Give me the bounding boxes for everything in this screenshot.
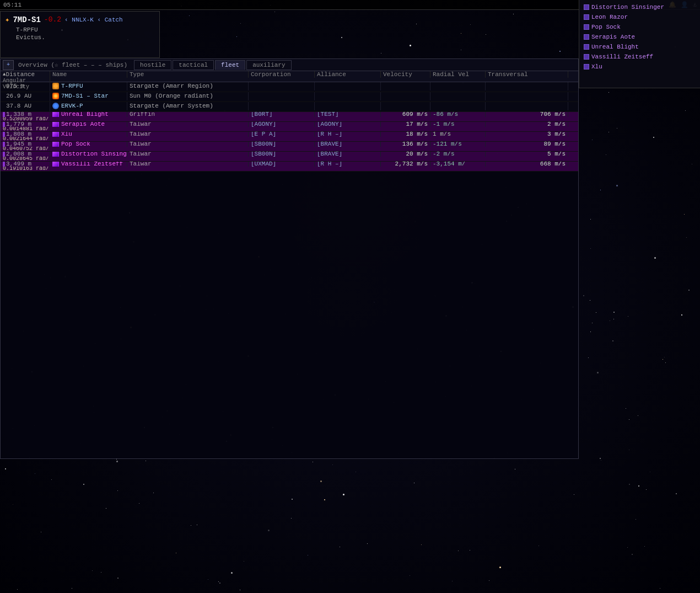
system-panel: ✦ 7MD-S1 -0.2 ‹ NNLX-K ‹ Catch T-RPFU Ev… <box>0 11 160 58</box>
td-velocity <box>381 92 430 100</box>
angular-value: 0.5280959 rad/sec <box>3 117 50 122</box>
table-row[interactable]: 1,338 m Unreal Blight Griffin [B0RT] [TE… <box>1 112 578 122</box>
td-corporation <box>249 92 315 100</box>
td-distance: 1,338 m <box>1 112 50 117</box>
contact-item[interactable]: Xlu <box>581 62 698 72</box>
th-name[interactable]: Name <box>50 71 127 78</box>
th-transversal[interactable]: Transversal <box>486 71 568 78</box>
contact-item[interactable]: Serapis Aote <box>581 32 698 42</box>
table-row[interactable]: 1,779 m Serapis Aote Talwar [AGONY] [AGO… <box>1 122 578 132</box>
td-transversal: 706 m/s <box>486 112 568 117</box>
table-row[interactable]: 37.8 AU ERVK-P Stargate (Amarr System) <box>1 102 578 112</box>
tab-fleet[interactable]: fleet <box>215 60 245 70</box>
hostile-indicator <box>3 122 5 127</box>
td-name: Unreal Blight <box>50 112 127 117</box>
overview-empty-space <box>1 172 578 458</box>
td-transversal: 5 m/s <box>486 152 568 157</box>
contact-name: Vassilli Zeitseff <box>591 54 653 60</box>
row-type-icon <box>52 83 59 89</box>
th-type[interactable]: Type <box>127 71 249 78</box>
contact-icon <box>584 24 589 30</box>
th-alliance[interactable]: Alliance <box>315 71 381 78</box>
td-angular-velocity: 0.0021644 rad/sec <box>1 137 50 142</box>
td-corporation: [AGONY] <box>249 122 315 127</box>
table-row[interactable]: 1,945 m Pop Sock Talwar [SB00N] [BRAVE] … <box>1 142 578 152</box>
ship-name: ERVK-P <box>61 103 83 109</box>
ship-name: Xlu <box>61 132 72 137</box>
td-transversal <box>486 102 568 110</box>
contact-item[interactable]: Distortion Sinsinger <box>581 2 698 12</box>
distance-value: 37.8 AU <box>6 103 31 109</box>
distance-value: 1,779 m <box>6 122 31 127</box>
table-row[interactable]: 3,499 m Vassilli Zeitseff Talwar [UXMAD]… <box>1 162 578 172</box>
th-radial-vel[interactable]: Radial Vel <box>430 71 486 78</box>
contact-item[interactable]: Unreal Blight <box>581 42 698 52</box>
td-name: Vassilli Zeitseff <box>50 162 127 167</box>
system-name: 7MD-S1 <box>13 15 40 24</box>
table-row[interactable]: 26.9 AU 7MD-S1 – Star Sun M0 (Orange rad… <box>1 92 578 102</box>
velocity-value: 2,732 m/s <box>395 162 428 167</box>
table-row[interactable]: 975 m T-RPFU Stargate (Amarr Region) <box>1 82 578 92</box>
td-velocity: 2,732 m/s <box>381 162 430 167</box>
overview-add-button[interactable]: + <box>3 60 14 70</box>
row-type-icon <box>52 152 59 157</box>
transversal-value: 3 m/s <box>547 132 566 137</box>
tab-auxiliary[interactable]: auxiliary <box>246 60 291 70</box>
contact-icon <box>584 44 589 50</box>
tab-tactical[interactable]: tactical <box>173 60 214 70</box>
td-type: Talwar <box>127 132 249 137</box>
td-name: ERVK-P <box>50 102 127 110</box>
system-name-row: ✦ 7MD-S1 -0.2 ‹ NNLX-K ‹ Catch <box>5 15 155 24</box>
td-alliance: [AGONY] <box>315 122 381 127</box>
contact-item[interactable]: Vassilli Zeitseff <box>581 52 698 62</box>
distance-value: 2,008 m <box>6 152 31 157</box>
td-name: 7MD-S1 – Star <box>50 92 127 100</box>
td-distance: 3,499 m <box>1 162 50 167</box>
td-name: Serapis Aote <box>50 122 127 127</box>
th-distance[interactable]: Distance <box>1 71 50 78</box>
transversal-value: 89 m/s <box>543 142 566 147</box>
th-velocity[interactable]: Velocity <box>381 71 430 78</box>
td-type: Talwar <box>127 142 249 147</box>
contact-item[interactable]: Leon Razor <box>581 12 698 22</box>
radial-value: 1 m/s <box>433 132 451 137</box>
td-velocity <box>381 82 430 90</box>
td-transversal <box>486 92 568 100</box>
velocity-value: 17 m/s <box>406 122 428 127</box>
td-transversal: 3 m/s <box>486 132 568 137</box>
td-alliance: [TEST] <box>315 112 381 117</box>
alliance-value: [R H –] <box>317 162 342 167</box>
overview-label: Overview (☆ fleet – – – ships) <box>15 61 131 68</box>
row-type-icon <box>52 112 59 117</box>
alliance-value: [BRAVE] <box>317 152 342 157</box>
overview-panel: + Overview (☆ fleet – – – ships) hostile… <box>0 58 579 459</box>
td-velocity: 20 m/s <box>381 152 430 157</box>
velocity-value: 18 m/s <box>406 132 428 137</box>
angular-value: 0.0028645 rad/sec <box>3 157 50 162</box>
td-radial-vel: -1 m/s <box>430 122 486 127</box>
corporation-value: [B0RT] <box>251 112 273 117</box>
distance-value: 26.9 AU <box>6 93 31 99</box>
contact-name: Xlu <box>591 63 602 70</box>
contact-item[interactable]: Pop Sock <box>581 22 698 32</box>
td-type: Sun M0 (Orange radiant) <box>127 92 249 100</box>
ship-type: Sun M0 (Orange radiant) <box>130 93 213 99</box>
tab-hostile[interactable]: hostile <box>134 60 171 70</box>
ship-name: Pop Sock <box>61 142 90 147</box>
hostile-indicator <box>3 142 5 147</box>
td-transversal <box>486 82 568 90</box>
table-row[interactable]: 1,808 m Xlu Talwar [E P A] [R H –] 18 m/… <box>1 132 578 142</box>
tabs-container: hostiletacticalfleetauxiliary <box>134 60 291 70</box>
row-type-icon <box>52 142 59 147</box>
th-corporation[interactable]: Corporation <box>249 71 315 78</box>
table-row[interactable]: 2,008 m Distortion Sinsinger Talwar [SB0… <box>1 152 578 162</box>
td-name: Pop Sock <box>50 142 127 147</box>
td-type: Talwar <box>127 122 249 127</box>
ship-type: Talwar <box>130 142 152 147</box>
td-radial-vel <box>430 102 486 110</box>
td-distance: 1,808 m <box>1 132 50 137</box>
distance-value: 3,499 m <box>6 162 31 167</box>
td-angular-velocity <box>1 110 50 112</box>
td-corporation <box>249 102 315 110</box>
ship-type: Stargate (Amarr System) <box>130 103 213 109</box>
